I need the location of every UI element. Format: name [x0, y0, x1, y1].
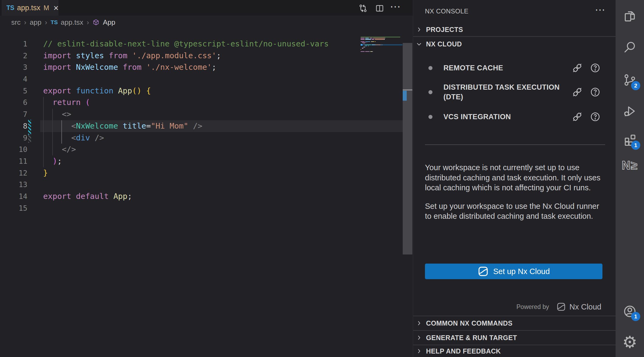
- settings-gear-icon[interactable]: ⚙: [616, 332, 644, 352]
- setup-nx-cloud-button[interactable]: Set up Nx Cloud: [425, 264, 602, 279]
- section-projects[interactable]: PROJECTS: [413, 23, 616, 36]
- extensions-badge: 1: [631, 141, 640, 150]
- status-dot-icon: [428, 66, 432, 70]
- breadcrumb-app[interactable]: app: [30, 18, 41, 27]
- nx-console-panel: NX CONSOLE ⋯ PROJECTS NX CLOUD REMOTE CA…: [413, 0, 616, 357]
- tab-app-tsx[interactable]: TS app.tsx M ×: [2, 0, 58, 16]
- code-token: }: [43, 168, 48, 177]
- code-token: [142, 86, 146, 95]
- line-number[interactable]: 8: [0, 120, 27, 132]
- close-tab-icon[interactable]: ×: [53, 3, 58, 12]
- explorer-icon[interactable]: [623, 9, 637, 24]
- split-editor-icon[interactable]: [375, 3, 384, 13]
- search-icon[interactable]: [623, 40, 637, 54]
- panel-more-actions-icon[interactable]: ⋯: [595, 4, 605, 16]
- line-number[interactable]: 14: [0, 191, 27, 202]
- run-debug-icon[interactable]: [623, 104, 637, 118]
- section-help-and-feedback[interactable]: HELP AND FEEDBACK: [413, 345, 616, 357]
- code-token: export: [43, 192, 71, 201]
- code-editor[interactable]: // eslint-disable-next-line @typescript-…: [43, 38, 329, 214]
- code-token: (: [81, 98, 90, 107]
- breadcrumb-symbol[interactable]: App: [103, 18, 115, 27]
- code-line[interactable]: export default App;: [43, 191, 329, 202]
- line-number[interactable]: 3: [0, 61, 27, 73]
- line-number[interactable]: 9: [0, 132, 27, 144]
- line-number[interactable]: 15: [0, 202, 27, 214]
- powered-by-row: Powered by Nx Cloud: [413, 301, 601, 313]
- section-common-nx-commands[interactable]: COMMON NX COMMANDS: [413, 316, 616, 330]
- section-label: HELP AND FEEDBACK: [426, 347, 501, 355]
- help-icon[interactable]: [590, 62, 601, 74]
- nx-cloud-logo-icon: [478, 266, 489, 277]
- section-generate-run-target[interactable]: GENERATE & RUN TARGET: [413, 330, 616, 345]
- code-line[interactable]: [43, 73, 329, 85]
- line-number-gutter[interactable]: 123456789101112131415: [0, 38, 27, 214]
- activity-bar: 2 1 N≥ 1 ⚙: [616, 0, 644, 357]
- editor-scrollbar[interactable]: [403, 43, 412, 254]
- code-line[interactable]: // eslint-disable-next-line @typescript-…: [43, 38, 329, 50]
- breadcrumb-src[interactable]: src: [11, 18, 21, 27]
- code-line[interactable]: import styles from './app.module.css';: [43, 50, 329, 62]
- feature-label: DISTRIBUTED TASK EXECUTION (DTE): [443, 82, 569, 102]
- scrollbar-divider: [403, 89, 412, 90]
- breadcrumb-file[interactable]: app.tsx: [61, 18, 83, 27]
- code-line[interactable]: <NxWelcome title="Hi Mom" />: [43, 120, 329, 132]
- code-line[interactable]: import NxWelcome from './nx-welcome';: [43, 61, 329, 73]
- code-token: =: [146, 121, 151, 130]
- line-number[interactable]: 12: [0, 167, 27, 179]
- breadcrumb: src › app › TS app.tsx › App: [0, 16, 413, 29]
- connect-icon[interactable]: [571, 86, 583, 98]
- connect-icon[interactable]: [571, 111, 583, 123]
- chevron-right-icon: ›: [24, 19, 26, 26]
- chevron-right-icon: [416, 334, 422, 341]
- code-line[interactable]: [43, 202, 329, 214]
- line-number[interactable]: 5: [0, 85, 27, 97]
- open-changes-icon[interactable]: [358, 3, 368, 13]
- line-number[interactable]: 6: [0, 97, 27, 108]
- line-number[interactable]: 7: [0, 108, 27, 120]
- code-line[interactable]: return (: [43, 97, 329, 108]
- line-number[interactable]: 2: [0, 50, 27, 62]
- code-token: title: [118, 121, 146, 130]
- minimap[interactable]: [361, 37, 402, 53]
- code-token: App: [113, 86, 132, 95]
- description-paragraph: Set up your workspace to use the Nx Clou…: [425, 201, 603, 221]
- help-icon[interactable]: [590, 111, 601, 122]
- powered-by-label: Powered by: [516, 303, 549, 311]
- line-number[interactable]: 1: [0, 38, 27, 50]
- nx-console-icon[interactable]: N≥: [616, 159, 644, 172]
- section-label: NX CLOUD: [426, 40, 462, 48]
- code-token: ;: [212, 63, 216, 72]
- code-line[interactable]: <div />: [43, 132, 329, 144]
- code-line[interactable]: </>: [43, 144, 329, 155]
- section-label: PROJECTS: [426, 26, 463, 34]
- feature-row: DISTRIBUTED TASK EXECUTION (DTE): [413, 80, 616, 104]
- feature-row: VCS INTEGRATION: [413, 110, 616, 124]
- code-line[interactable]: <>: [43, 108, 329, 120]
- code-token: </>: [43, 145, 76, 154]
- help-icon[interactable]: [590, 86, 601, 98]
- code-line[interactable]: [43, 179, 329, 191]
- divider: [413, 36, 616, 37]
- line-number[interactable]: 13: [0, 179, 27, 191]
- code-line[interactable]: export function App() {: [43, 85, 329, 97]
- code-line[interactable]: );: [43, 155, 329, 167]
- code-token: App: [109, 192, 127, 201]
- code-line[interactable]: }: [43, 167, 329, 179]
- chevron-right-icon: [416, 26, 422, 33]
- code-token: import: [43, 51, 71, 60]
- line-number[interactable]: 4: [0, 73, 27, 85]
- section-nx-cloud[interactable]: NX CLOUD: [413, 38, 616, 50]
- code-token: (): [132, 86, 142, 95]
- chevron-right-icon: ›: [87, 19, 89, 26]
- panel-title: NX CONSOLE: [425, 8, 468, 15]
- typescript-file-icon: TS: [51, 19, 58, 26]
- editor-more-actions-icon[interactable]: ⋯: [389, 0, 402, 13]
- line-number[interactable]: 11: [0, 155, 27, 167]
- account-badge: 1: [631, 312, 640, 321]
- minimap-line: [361, 52, 402, 53]
- line-number[interactable]: 10: [0, 144, 27, 155]
- description-paragraph: Your workspace is not currently set up t…: [425, 163, 603, 193]
- source-control-badge: 2: [631, 81, 640, 90]
- connect-icon[interactable]: [571, 62, 583, 74]
